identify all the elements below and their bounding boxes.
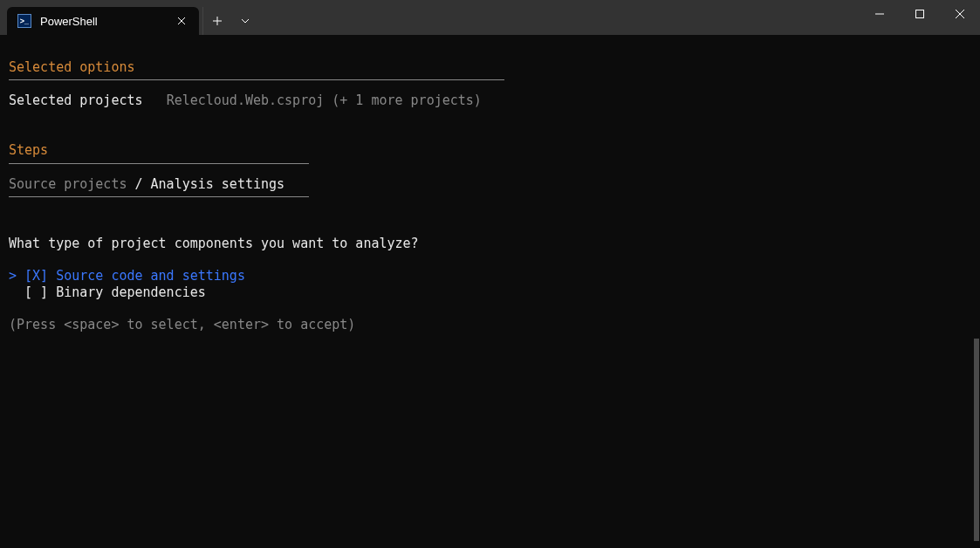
close-tab-icon[interactable] [175,14,188,28]
divider [9,79,504,80]
checkbox-checked: [X] [24,268,48,284]
tab-title: PowerShell [40,15,166,28]
new-tab-button[interactable] [203,7,231,35]
minimize-button[interactable] [860,0,900,28]
selected-options-header: Selected options [9,59,971,76]
powershell-icon: >_ [17,14,31,28]
steps-header: Steps [9,142,971,159]
tab-actions [202,7,259,35]
option-label: Binary dependencies [56,284,206,300]
prompt-question: What type of project components you want… [9,236,971,252]
tab-dropdown-button[interactable] [231,7,259,35]
window-titlebar: >_ PowerShell [0,0,980,35]
steps-breadcrumb: Source projects / Analysis settings [9,176,971,193]
scrollbar[interactable] [974,339,979,541]
crumb-sep: / [127,176,150,192]
terminal-content[interactable]: Selected options Selected projects Relec… [0,35,980,343]
crumb-current: Analysis settings [151,176,285,192]
option-binary-deps[interactable]: [ ] Binary dependencies [9,284,971,301]
svg-rect-0 [916,10,924,18]
selected-projects-value: Relecloud.Web.csproj (+ 1 more projects) [167,92,482,108]
window-controls [860,0,980,35]
maximize-button[interactable] [900,0,940,28]
option-label: Source code and settings [56,268,245,284]
selected-projects-label: Selected projects [9,92,143,108]
divider [9,163,309,164]
selected-projects-row: Selected projects Relecloud.Web.csproj (… [9,92,971,109]
close-window-button[interactable] [940,0,980,28]
tab-powershell[interactable]: >_ PowerShell [7,7,199,35]
option-source-code[interactable]: > [X] Source code and settings [9,268,971,284]
tab-strip: >_ PowerShell [0,0,259,35]
checkbox-unchecked: [ ] [24,284,48,300]
crumb-prev: Source projects [9,176,127,192]
keyboard-hint: (Press <space> to select, <enter> to acc… [9,317,971,333]
selection-cursor: > [9,268,17,284]
